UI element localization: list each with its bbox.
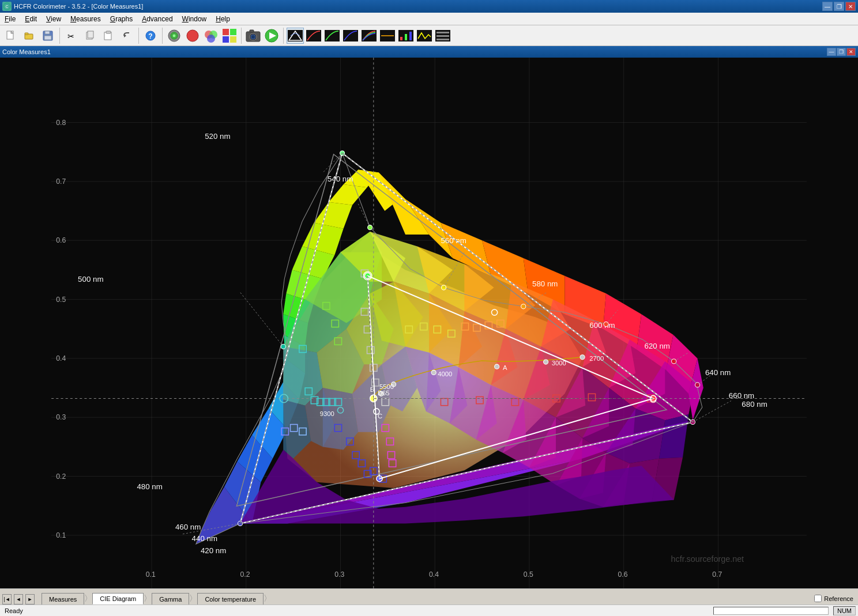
svg-text:0.8: 0.8 (56, 119, 66, 127)
view-colortemp-button[interactable] (379, 28, 396, 44)
measure-setup-button[interactable] (165, 28, 183, 44)
svg-rect-7 (45, 31, 50, 34)
svg-text:0.5: 0.5 (56, 296, 66, 304)
tab-next-button[interactable]: ► (25, 594, 35, 604)
close-button[interactable]: ✕ (845, 2, 856, 11)
svg-line-184 (693, 401, 731, 422)
svg-text:640 nm: 640 nm (705, 368, 731, 377)
menu-edit[interactable]: Edit (20, 13, 42, 25)
menu-advanced[interactable]: Advanced (137, 13, 177, 25)
svg-rect-25 (230, 29, 236, 35)
cut-button[interactable]: ✂ (63, 28, 80, 44)
menu-file[interactable]: File (0, 13, 20, 25)
svg-point-87 (544, 360, 548, 364)
undo-button[interactable] (118, 28, 136, 44)
save-button[interactable] (39, 28, 57, 44)
mdi-min-button[interactable]: — (827, 48, 836, 56)
svg-text:D65: D65 (378, 390, 390, 396)
svg-text:✂: ✂ (67, 32, 74, 41)
tab-sep-4: 〉 (264, 594, 272, 604)
svg-text:500 nm: 500 nm (78, 275, 103, 284)
tab-prev-button[interactable]: ◄ (14, 594, 23, 604)
tab-cie-diagram[interactable]: CIE Diagram (92, 593, 144, 604)
svg-rect-8 (44, 36, 51, 40)
play-button[interactable] (263, 28, 280, 44)
minimize-button[interactable]: — (822, 2, 833, 11)
tab-color-temp[interactable]: Color temperature (197, 593, 264, 604)
svg-text:0.2: 0.2 (240, 570, 250, 579)
tab-first-button[interactable]: |◄ (2, 594, 12, 604)
view-summary-button[interactable] (434, 28, 451, 44)
new-button[interactable] (2, 28, 20, 44)
mdi-title: Color Measures1 (2, 48, 51, 55)
tab-sep-2: 〉 (144, 594, 152, 604)
svg-point-91 (431, 370, 436, 375)
svg-point-85 (580, 355, 585, 360)
svg-text:4000: 4000 (438, 371, 452, 377)
svg-rect-37 (325, 30, 340, 41)
tab-sep-3: 〉 (189, 594, 197, 604)
mdi-close-button[interactable]: ✕ (846, 48, 856, 56)
svg-rect-13 (106, 31, 111, 33)
color-multi-button[interactable] (202, 28, 220, 44)
svg-text:0.4: 0.4 (429, 570, 439, 579)
tab-sep-1: 〉 (84, 594, 92, 604)
title-bar: C HCFR Colorimeter - 3.5.2 - [Color Meas… (0, 0, 858, 13)
capture-button[interactable] (244, 28, 262, 44)
sep-5 (283, 28, 284, 44)
mdi-restore-button[interactable]: ❐ (837, 48, 846, 56)
tab-measures-label: Measures (49, 596, 77, 603)
svg-rect-31 (250, 30, 254, 32)
svg-rect-45 (409, 32, 412, 40)
paste-button[interactable] (100, 28, 117, 44)
view-gamma-r-button[interactable] (305, 28, 322, 44)
svg-marker-14 (124, 34, 126, 37)
svg-text:580 nm: 580 nm (532, 279, 558, 288)
restore-button[interactable]: ❐ (834, 2, 844, 11)
menu-help[interactable]: Help (211, 13, 235, 25)
tab-gamma[interactable]: Gamma (152, 593, 189, 604)
menu-graphs[interactable]: Graphs (106, 13, 137, 25)
view-contrast-button[interactable] (416, 28, 433, 44)
view-gamma-g-button[interactable] (323, 28, 341, 44)
menu-view[interactable]: View (42, 13, 66, 25)
copy-button[interactable] (81, 28, 99, 44)
svg-point-19 (172, 34, 176, 37)
svg-text:600 nm: 600 nm (589, 321, 615, 330)
color-red-button[interactable] (184, 28, 201, 44)
svg-point-20 (187, 30, 198, 41)
svg-rect-24 (223, 29, 229, 35)
view-gamma-rgb-button[interactable] (360, 28, 378, 44)
reference-checkbox[interactable] (814, 595, 822, 602)
reference-label: Reference (824, 595, 853, 602)
svg-text:0.2: 0.2 (56, 473, 66, 481)
open-button[interactable] (21, 28, 38, 44)
svg-rect-11 (88, 31, 93, 38)
view-levels-button[interactable] (397, 28, 415, 44)
tab-color-temp-label: Color temperature (205, 596, 256, 603)
cie-diagram: 0.1 0.2 0.3 0.4 0.5 0.6 0.7 0.8 0.1 0.2 … (0, 58, 858, 588)
view-gamma-b-button[interactable] (342, 28, 359, 44)
tab-cie-label: CIE Diagram (100, 595, 136, 602)
svg-point-23 (207, 35, 215, 43)
svg-point-30 (251, 35, 255, 39)
svg-rect-5 (25, 33, 28, 35)
svg-text:hcfr.sourceforge.net: hcfr.sourceforge.net (671, 554, 744, 564)
svg-text:560 nm: 560 nm (441, 236, 466, 245)
help-button[interactable]: ? (142, 28, 159, 44)
svg-rect-50 (436, 39, 449, 40)
tab-measures[interactable]: Measures (42, 593, 84, 604)
mdi-child-titlebar: Color Measures1 — ❐ ✕ (0, 46, 858, 58)
svg-text:5500: 5500 (379, 383, 394, 390)
view-cie-button[interactable] (287, 28, 304, 44)
status-text: Ready (0, 607, 713, 614)
menu-measures[interactable]: Measures (66, 13, 106, 25)
svg-text:A: A (503, 364, 507, 371)
svg-rect-49 (436, 35, 449, 37)
svg-text:0.6: 0.6 (56, 236, 66, 244)
svg-text:0.3: 0.3 (56, 413, 66, 421)
menu-window[interactable]: Window (178, 13, 212, 25)
svg-rect-48 (436, 32, 449, 33)
pattern-button[interactable] (221, 28, 238, 44)
tab-gamma-label: Gamma (159, 596, 182, 603)
